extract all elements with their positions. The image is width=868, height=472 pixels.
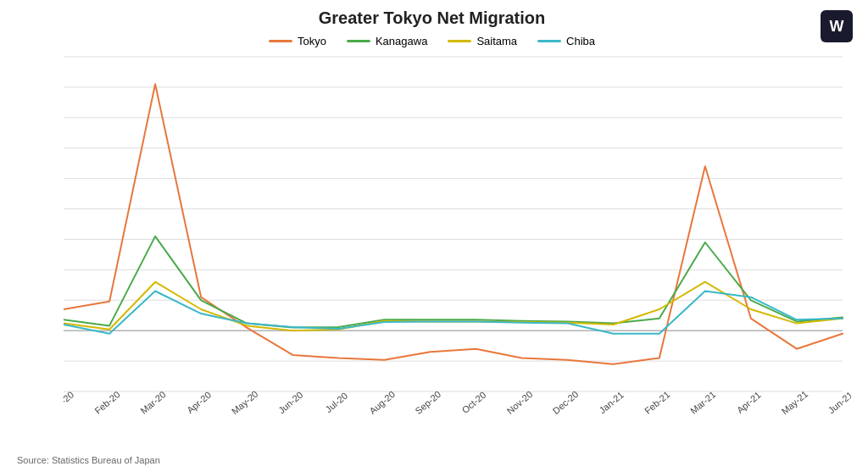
legend-line-chiba [537,40,561,42]
legend-kanagawa: Kanagawa [347,35,427,47]
svg-text:Aug-20: Aug-20 [367,389,397,416]
svg-text:Jan-20: Jan-20 [64,390,75,416]
chart-container: Greater Tokyo Net Migration Tokyo Kanaga… [0,0,868,472]
legend: Tokyo Kanagawa Saitama Chiba [64,35,851,47]
svg-text:Oct-20: Oct-20 [459,390,487,415]
svg-text:Jun-21: Jun-21 [826,390,851,416]
legend-line-kanagawa [347,40,370,42]
legend-label-chiba: Chiba [566,35,595,47]
legend-label-tokyo: Tokyo [298,35,326,47]
watermark-logo: W [821,10,853,42]
svg-text:Jan-21: Jan-21 [597,390,625,416]
legend-line-tokyo [269,40,292,42]
svg-text:Apr-20: Apr-20 [185,390,213,415]
svg-text:Feb-20: Feb-20 [92,389,121,416]
svg-text:May-20: May-20 [230,389,260,417]
source-text: Source: Statistics Bureau of Japan [17,455,160,465]
svg-text:Feb-21: Feb-21 [643,389,671,416]
svg-text:Sep-20: Sep-20 [413,389,442,416]
legend-label-saitama: Saitama [476,35,517,47]
legend-chiba: Chiba [537,35,595,47]
svg-text:Mar-20: Mar-20 [138,389,167,416]
svg-text:Jun-20: Jun-20 [276,390,304,416]
svg-text:May-21: May-21 [779,389,810,417]
legend-saitama: Saitama [448,35,517,47]
line-chart: 45,00040,00035,00030,00025,00020,00015,0… [64,53,851,417]
svg-text:Mar-21: Mar-21 [688,389,717,416]
svg-text:Nov-20: Nov-20 [505,389,535,416]
legend-label-kanagawa: Kanagawa [376,35,427,47]
svg-text:Dec-20: Dec-20 [551,389,581,416]
legend-line-saitama [448,40,471,42]
chart-title: Greater Tokyo Net Migration [64,8,851,28]
svg-text:Apr-21: Apr-21 [735,390,763,415]
svg-text:Jul-20: Jul-20 [323,391,349,414]
legend-tokyo: Tokyo [269,35,326,47]
